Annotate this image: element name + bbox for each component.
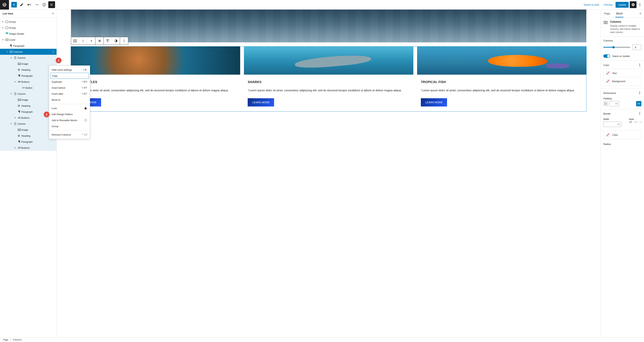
- border-width-input[interactable]: PX: [604, 122, 621, 127]
- tree-item-column[interactable]: Column: [0, 55, 56, 61]
- learn-more-button[interactable]: LEARN MORE: [248, 98, 274, 106]
- menu-move-to[interactable]: Move to: [49, 97, 90, 103]
- card-paragraph[interactable]: "Lorem ipsum dolor sit amet, consectetur…: [75, 88, 236, 93]
- tree-item-image[interactable]: Image: [0, 127, 56, 133]
- style-dashed-button[interactable]: [634, 122, 638, 122]
- wordpress-logo[interactable]: [0, 0, 9, 10]
- toggle-icon[interactable]: [9, 92, 13, 95]
- style-solid-button[interactable]: [629, 122, 632, 122]
- border-color-button[interactable]: Color: [606, 131, 639, 139]
- card-image[interactable]: [71, 47, 240, 75]
- editor-canvas[interactable]: SEA TURTLES"Lorem ipsum dolor sit amet, …: [57, 10, 600, 337]
- tree-item-group[interactable]: Group: [0, 19, 56, 25]
- card-image[interactable]: [244, 47, 413, 75]
- column-card[interactable]: SHARKS"Lorem ipsum dolor sit amet, conse…: [244, 47, 413, 111]
- menu-copy[interactable]: Copy: [50, 73, 89, 79]
- vertical-align-button[interactable]: [104, 37, 112, 45]
- tree-item-options-button[interactable]: [51, 50, 55, 53]
- toggle-icon[interactable]: [1, 27, 5, 29]
- columns-slider[interactable]: [604, 47, 630, 48]
- edit-tool-button[interactable]: [18, 1, 25, 8]
- tab-block[interactable]: Block: [616, 10, 624, 18]
- tree-item-image[interactable]: Image: [0, 97, 56, 103]
- options-menu-button[interactable]: [638, 1, 642, 8]
- close-list-view-button[interactable]: ×: [52, 12, 54, 16]
- breadcrumb-current[interactable]: Columns: [13, 338, 22, 341]
- move-up-down[interactable]: [87, 37, 95, 45]
- menu-lock[interactable]: Lock: [49, 105, 90, 111]
- menu-hide-more-settings[interactable]: Hide more settings⇧⌘,: [49, 67, 90, 73]
- learn-more-button[interactable]: LEARN MORE: [421, 98, 447, 106]
- tree-item-heading[interactable]: Heading: [0, 103, 56, 109]
- settings-toggle-button[interactable]: [630, 1, 636, 8]
- switch-to-draft-button[interactable]: Switch to draft: [582, 2, 601, 7]
- close-sidebar-button[interactable]: ×: [639, 12, 642, 16]
- card-heading[interactable]: SHARKS: [248, 80, 410, 84]
- breadcrumb-page[interactable]: Page: [3, 338, 8, 341]
- cover-block-image[interactable]: [71, 10, 586, 42]
- toggle-icon[interactable]: [9, 56, 13, 59]
- drag-handle[interactable]: [79, 37, 87, 45]
- update-button[interactable]: Update: [616, 2, 629, 8]
- columns-number-input[interactable]: [632, 45, 642, 50]
- toggle-icon[interactable]: [13, 80, 17, 83]
- details-button[interactable]: [41, 1, 48, 8]
- card-paragraph[interactable]: "Lorem ipsum dolor sit amet, consectetur…: [421, 88, 582, 93]
- tab-page[interactable]: Page: [604, 10, 611, 18]
- align-button[interactable]: [96, 37, 104, 45]
- menu-insert-after[interactable]: Insert after⌥⌘Y: [49, 91, 90, 97]
- card-heading[interactable]: SEA TURTLES: [75, 80, 236, 84]
- menu-duplicate[interactable]: Duplicate⇧⌘D: [49, 79, 90, 85]
- toggle-icon[interactable]: [5, 50, 9, 53]
- text-color-button[interactable]: Text: [606, 69, 639, 77]
- toggle-icon[interactable]: [1, 21, 5, 23]
- background-color-button[interactable]: Background: [606, 77, 639, 85]
- preview-button[interactable]: Preview: [602, 2, 614, 7]
- tree-item-buttons[interactable]: Buttons: [0, 79, 56, 85]
- menu-add-design-pattern[interactable]: Add Design Pattern: [49, 111, 90, 117]
- link-padding-button[interactable]: [636, 101, 642, 106]
- list-view-toggle-button[interactable]: [48, 1, 55, 8]
- toggle-icon[interactable]: [9, 122, 13, 125]
- stack-on-mobile-toggle[interactable]: [604, 54, 610, 58]
- toggle-icon[interactable]: [13, 116, 17, 119]
- duotone-button[interactable]: [112, 37, 120, 45]
- column-card[interactable]: SEA TURTLES"Lorem ipsum dolor sit amet, …: [71, 47, 240, 111]
- menu-add-reusable[interactable]: Add to Reusable blocks: [49, 117, 90, 123]
- redo-button[interactable]: [33, 1, 40, 8]
- column-card[interactable]: TROPICAL FISH"Lorem ipsum dolor sit amet…: [417, 47, 586, 111]
- menu-group[interactable]: Group: [49, 123, 90, 129]
- card-heading[interactable]: TROPICAL FISH: [421, 80, 582, 84]
- tree-item-paragraph[interactable]: Paragraph: [0, 139, 56, 145]
- undo-button[interactable]: [26, 1, 32, 8]
- tree-item-cover[interactable]: Cover: [0, 37, 56, 43]
- tree-item-column[interactable]: Column: [0, 121, 56, 127]
- columns-block[interactable]: SEA TURTLES"Lorem ipsum dolor sit amet, …: [71, 47, 586, 111]
- block-options-button[interactable]: [120, 37, 128, 45]
- tree-item-heading[interactable]: Heading: [0, 67, 56, 73]
- tree-item-columns[interactable]: Columns: [0, 49, 56, 55]
- add-block-button[interactable]: [11, 2, 17, 8]
- padding-sides-button[interactable]: [604, 101, 608, 106]
- tree-item-buttons[interactable]: Buttons: [0, 145, 56, 151]
- tree-item-image[interactable]: Image: [0, 61, 56, 67]
- columns-block-icon[interactable]: [71, 37, 79, 45]
- tree-item-shape-divider[interactable]: Shape Divider: [0, 31, 56, 37]
- style-dotted-button[interactable]: [639, 122, 643, 122]
- color-options-button[interactable]: [638, 63, 642, 67]
- card-paragraph[interactable]: "Lorem ipsum dolor sit amet, consectetur…: [248, 88, 410, 93]
- dimensions-options-button[interactable]: [638, 91, 642, 95]
- menu-insert-before[interactable]: Insert before⌥⌘T: [49, 85, 90, 91]
- tree-item-button[interactable]: Button: [0, 85, 56, 91]
- menu-remove-columns[interactable]: Remove Columns⌃⌥Z: [49, 132, 90, 138]
- tree-item-heading[interactable]: Heading: [0, 133, 56, 139]
- tree-item-paragraph[interactable]: Paragraph: [0, 73, 56, 79]
- toggle-icon[interactable]: [1, 39, 5, 41]
- padding-input[interactable]: PX: [609, 101, 619, 106]
- tree-item-column[interactable]: Column: [0, 91, 56, 97]
- toggle-icon[interactable]: [13, 146, 17, 149]
- border-options-button[interactable]: [638, 112, 642, 116]
- tree-item-paragraph[interactable]: Paragraph: [0, 43, 56, 49]
- tree-item-group[interactable]: Group: [0, 25, 56, 31]
- card-image[interactable]: [417, 47, 586, 75]
